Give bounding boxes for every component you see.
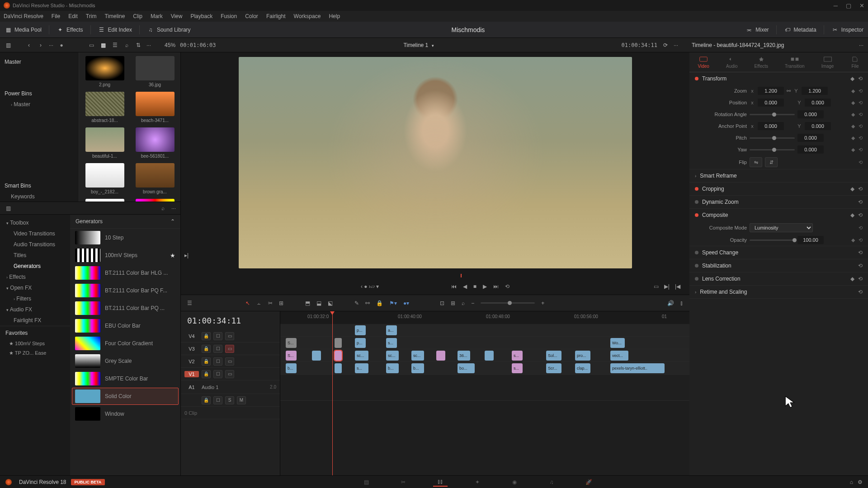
track-v1[interactable]: b... s... b... b... bo... s... Scr... cl… bbox=[280, 362, 689, 375]
composite-header[interactable]: Composite◆⟲ bbox=[689, 209, 868, 221]
zoom-y-field[interactable]: 1.200 bbox=[802, 87, 828, 95]
timeline-tracks[interactable]: 01:00:32:001:00:40:0001:00:48:0001:00:56… bbox=[280, 311, 689, 475]
auto-select-icon[interactable]: ☐ bbox=[213, 370, 222, 378]
page-edit-icon[interactable]: ⫿⫿ bbox=[433, 478, 448, 487]
sound-library-button[interactable]: ♫Sound Library bbox=[147, 26, 191, 33]
page-fairlight-icon[interactable]: ♫ bbox=[544, 478, 559, 487]
sort-icon[interactable]: ⇅ bbox=[135, 42, 142, 49]
keyframe-icon[interactable]: ◆ bbox=[850, 276, 854, 282]
menu-playback[interactable]: Playback bbox=[190, 13, 212, 19]
reset-icon[interactable]: ⟲ bbox=[858, 276, 863, 282]
clip[interactable]: S... bbox=[286, 338, 297, 348]
pitch-slider[interactable] bbox=[750, 137, 795, 139]
volume-icon[interactable]: 🔊 bbox=[667, 300, 674, 306]
speed-change-header[interactable]: Speed Change⟲ bbox=[689, 246, 868, 259]
clip[interactable]: b... bbox=[286, 363, 297, 373]
menu-file[interactable]: File bbox=[52, 13, 60, 19]
reset-icon[interactable]: ⟲ bbox=[859, 100, 863, 106]
reset-icon[interactable]: ⟲ bbox=[859, 88, 863, 94]
reset-icon[interactable]: ⟲ bbox=[859, 237, 863, 243]
clip[interactable]: clap... bbox=[575, 363, 590, 373]
timecode-left[interactable]: 00:01:06:03 bbox=[180, 42, 216, 48]
keyframe-icon[interactable]: ◆ bbox=[850, 75, 854, 82]
keyframe-icon[interactable]: ◆ bbox=[851, 100, 855, 106]
lock-icon[interactable]: 🔒 bbox=[202, 345, 211, 353]
menu-color[interactable]: Color bbox=[245, 13, 258, 19]
menu-workspace[interactable]: Workspace bbox=[294, 13, 321, 19]
generator-item[interactable]: 10 Step bbox=[72, 229, 179, 246]
keyframe-icon[interactable]: ◆ bbox=[851, 147, 855, 153]
clip[interactable] bbox=[335, 363, 342, 373]
maximize-icon[interactable]: ▢ bbox=[846, 2, 851, 9]
insert-icon[interactable]: ⊞ bbox=[279, 300, 283, 306]
track-header-a1-ctrl[interactable]: 🔒☐SM bbox=[181, 394, 280, 407]
selection-tool-icon[interactable]: ↖ bbox=[245, 300, 250, 306]
dynamic-zoom-header[interactable]: Dynamic Zoom⟲ bbox=[689, 196, 868, 208]
auto-select-icon[interactable]: ☐ bbox=[213, 396, 222, 404]
media-thumb[interactable]: boy_-_2182... bbox=[83, 163, 127, 194]
chevron-down-icon[interactable]: ▾ bbox=[432, 43, 434, 48]
fav-item[interactable]: ★ TP ZO... Ease bbox=[5, 348, 65, 358]
mute-icon[interactable]: ⫿ bbox=[680, 300, 683, 306]
lock-icon[interactable]: 🔒 bbox=[376, 300, 383, 306]
timeline-ruler[interactable]: 01:00:32:001:00:40:0001:00:48:0001:00:56… bbox=[280, 311, 689, 324]
menu-view[interactable]: View bbox=[171, 13, 183, 19]
fx-filters[interactable]: › Filters bbox=[0, 293, 70, 304]
edit-index-button[interactable]: ☰Edit Index bbox=[98, 26, 132, 33]
reset-icon[interactable]: ⟲ bbox=[859, 135, 863, 141]
smart-reframe-header[interactable]: ›Smart Reframe bbox=[689, 169, 868, 182]
snap-icon[interactable]: ⊡ bbox=[440, 300, 444, 306]
yaw-slider[interactable] bbox=[750, 149, 795, 150]
menu-resolve[interactable]: DaVinci Resolve bbox=[4, 13, 43, 19]
composite-mode-select[interactable]: Luminosity bbox=[750, 223, 813, 232]
reset-icon[interactable]: ⟲ bbox=[859, 160, 863, 165]
clip[interactable] bbox=[485, 351, 494, 361]
render-cache-icon[interactable]: ⟳ bbox=[662, 42, 669, 49]
transform-header[interactable]: Transform◆⟲ bbox=[689, 72, 868, 85]
clip[interactable]: sc... bbox=[411, 351, 424, 361]
link-icon[interactable]: ⚯ bbox=[365, 300, 370, 306]
fx-openfx[interactable]: ▾ Open FX bbox=[0, 282, 70, 293]
generator-item[interactable]: Four Color Gradient bbox=[72, 335, 179, 352]
opacity-field[interactable]: 100.00 bbox=[797, 236, 824, 244]
mixer-button[interactable]: ⫘Mixer bbox=[745, 26, 769, 33]
first-frame-icon[interactable]: ⏮ bbox=[451, 283, 457, 290]
auto-select-icon[interactable]: ☐ bbox=[213, 332, 222, 340]
flip-h-button[interactable]: ⇋ bbox=[750, 157, 762, 167]
viewer-scrubber[interactable] bbox=[181, 270, 689, 278]
track-header-v3[interactable]: V3🔒☐▭ bbox=[181, 343, 280, 355]
menu-edit[interactable]: Edit bbox=[68, 13, 78, 19]
anchor-y-field[interactable]: 0.000 bbox=[805, 122, 831, 130]
fx-effects[interactable]: › Effects bbox=[0, 272, 70, 282]
nav-fwd-icon[interactable]: › bbox=[37, 42, 44, 49]
inspector-tab-video[interactable]: Video bbox=[698, 56, 709, 69]
clip[interactable]: sc... bbox=[386, 351, 399, 361]
page-deliver-icon[interactable]: 🚀 bbox=[581, 478, 596, 487]
keyframe-icon[interactable]: ◆ bbox=[851, 123, 855, 129]
more-icon[interactable]: ··· bbox=[171, 205, 176, 211]
track-v4[interactable]: p... a... bbox=[280, 324, 689, 337]
prev-frame-icon[interactable]: ◀ bbox=[463, 283, 467, 290]
zoom-fit-icon[interactable]: ⊞ bbox=[451, 300, 455, 306]
clip[interactable]: vect... bbox=[610, 351, 628, 361]
visible-icon[interactable]: ▭ bbox=[225, 332, 234, 340]
fx-video-transitions[interactable]: Video Transitions bbox=[0, 228, 70, 239]
track-a1[interactable] bbox=[280, 375, 689, 401]
replace-icon[interactable]: ⬕ bbox=[328, 300, 333, 306]
visible-icon[interactable]: ▭ bbox=[225, 370, 234, 378]
loop-icon[interactable]: ⟲ bbox=[505, 283, 509, 290]
generator-item[interactable]: BT.2111 Color Bar PQ ... bbox=[72, 300, 179, 317]
zoom-slider[interactable] bbox=[481, 302, 535, 304]
media-thumb[interactable]: abstract-18... bbox=[83, 92, 127, 123]
marker-tool-icon[interactable]: ✎ bbox=[354, 300, 359, 306]
append-icon[interactable]: ⬒ bbox=[305, 300, 310, 306]
clip[interactable] bbox=[335, 338, 342, 348]
clip[interactable]: pexels-taryn-elliott.. bbox=[610, 363, 665, 373]
inspector-button[interactable]: ✂Inspector bbox=[831, 26, 863, 33]
media-pool-button[interactable]: ▦Media Pool bbox=[5, 26, 42, 33]
ripple-icon[interactable]: ⬓ bbox=[316, 300, 321, 306]
clip[interactable]: S... bbox=[286, 351, 297, 361]
playhead[interactable] bbox=[332, 311, 333, 475]
clip[interactable]: s... bbox=[386, 338, 397, 348]
zoom-in-icon[interactable]: + bbox=[541, 300, 544, 306]
